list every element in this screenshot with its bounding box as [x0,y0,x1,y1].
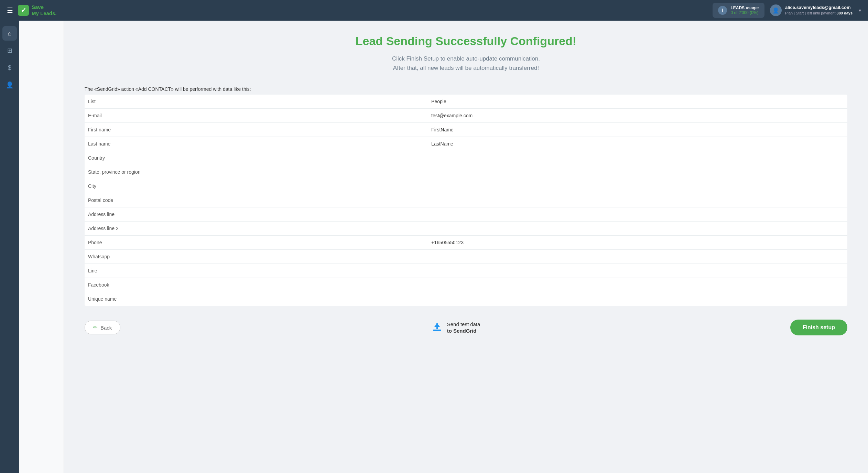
pencil-icon: ✏ [93,324,98,331]
table-row: Address line 2 [85,222,847,236]
table-row: Facebook [85,278,847,292]
field-value [428,207,847,222]
sidebar-item-home[interactable]: ⌂ [2,26,17,41]
data-description: The «SendGrid» action «Add CONTACT» will… [85,86,847,92]
field-label: List [85,95,428,109]
field-value [428,250,847,264]
send-test-button[interactable]: Send test data to SendGrid [431,321,480,334]
svg-marker-2 [434,323,440,327]
user-info: alice.savemyleads@gmail.com Plan | Start… [785,5,853,15]
user-plan: Plan | Start | left until payment 389 da… [785,11,853,15]
table-row: Address line [85,207,847,222]
field-value [428,292,847,306]
table-row: Last nameLastName [85,137,847,151]
field-label: Phone [85,236,428,250]
contact-data-table: ListPeopleE-mailtest@example.comFirst na… [85,95,847,306]
field-label: State, province or region [85,165,428,179]
field-label: Address line 2 [85,222,428,236]
sidebar-item-profile[interactable]: 👤 [2,78,17,92]
field-value [428,222,847,236]
field-value [428,264,847,278]
field-label: Postal code [85,193,428,207]
upload-icon [431,321,444,334]
field-value [428,278,847,292]
menu-icon[interactable]: ☰ [7,6,13,14]
table-row: Line [85,264,847,278]
field-value [428,165,847,179]
user-avatar: 👤 [770,4,782,16]
logo-area: ✓ Save My Leads. [18,4,57,17]
table-row: Whatsapp [85,250,847,264]
logo-icon: ✓ [18,5,29,16]
table-row: City [85,179,847,193]
table-row: First nameFirstName [85,123,847,137]
finish-setup-button[interactable]: Finish setup [790,320,847,335]
info-icon: i [718,6,727,15]
sidebar-item-billing[interactable]: $ [2,61,17,75]
field-value [428,179,847,193]
field-value: LastName [428,137,847,151]
field-value: test@example.com [428,109,847,123]
table-row: Phone+16505550123 [85,236,847,250]
field-value [428,193,847,207]
footer-actions: ✏ Back Send test data to SendGrid Finish… [85,320,847,342]
field-label: Line [85,264,428,278]
table-row: Unique name [85,292,847,306]
app-body: ⌂ ⊞ $ 👤 Lead Sending Successfully Config… [0,21,868,473]
field-label: Whatsapp [85,250,428,264]
field-label: City [85,179,428,193]
field-value [428,151,847,165]
sidebar-item-connections[interactable]: ⊞ [2,43,17,58]
field-label: Country [85,151,428,165]
table-row: Country [85,151,847,165]
logo-text: Save My Leads. [32,4,57,17]
field-value: +16505550123 [428,236,847,250]
field-label: First name [85,123,428,137]
chevron-down-icon[interactable]: ▾ [859,8,861,13]
success-title: Lead Sending Successfully Configured! [85,34,847,48]
table-row: ListPeople [85,95,847,109]
leads-usage-label: LEADS usage: [730,6,759,10]
svg-rect-0 [433,330,441,331]
sidebar: ⌂ ⊞ $ 👤 [0,21,19,473]
field-label: Last name [85,137,428,151]
main-content: Lead Sending Successfully Configured! Cl… [64,21,868,473]
leads-usage-count: 0 of 2'000 (0%) [730,10,759,15]
user-area: 👤 alice.savemyleads@gmail.com Plan | Sta… [770,4,861,16]
sub-sidebar [19,21,64,473]
field-label: Address line [85,207,428,222]
field-label: Facebook [85,278,428,292]
user-email: alice.savemyleads@gmail.com [785,5,853,11]
table-row: E-mailtest@example.com [85,109,847,123]
field-label: E-mail [85,109,428,123]
table-row: Postal code [85,193,847,207]
field-value: People [428,95,847,109]
back-button[interactable]: ✏ Back [85,321,120,334]
field-value: FirstName [428,123,847,137]
success-subtitle: Click Finish Setup to enable auto-update… [85,54,847,73]
leads-usage-widget: i LEADS usage: 0 of 2'000 (0%) [713,3,764,18]
field-label: Unique name [85,292,428,306]
table-row: State, province or region [85,165,847,179]
send-test-label: Send test data to SendGrid [447,321,480,334]
app-header: ☰ ✓ Save My Leads. i LEADS usage: 0 of 2… [0,0,868,21]
